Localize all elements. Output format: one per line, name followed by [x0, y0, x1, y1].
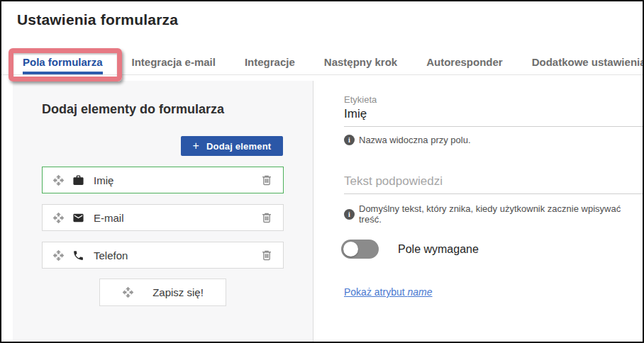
label-helper: i Nazwa widoczna przy polu. — [344, 135, 471, 145]
label-input[interactable]: Imię — [344, 107, 643, 127]
tab-integracja-email[interactable]: Integracja e-mail — [132, 56, 216, 74]
info-icon: i — [344, 135, 355, 145]
tab-integracje[interactable]: Integracje — [245, 56, 295, 74]
phone-icon — [72, 249, 84, 262]
field-settings-panel: Etykieta Imię i Nazwa widoczna przy polu… — [314, 76, 643, 342]
tab-dodatkowe-ustawienia[interactable]: Dodatkowe ustawienia — [532, 56, 644, 74]
move-handle-icon[interactable] — [52, 174, 65, 186]
field-row-email[interactable]: E-mail — [42, 204, 284, 231]
label-helper-text: Nazwa widoczna przy polu. — [359, 135, 471, 145]
placeholder-input[interactable]: Tekst podpowiedzi — [344, 174, 643, 194]
trash-icon[interactable] — [260, 211, 273, 224]
add-element-label: Dodaj element — [206, 141, 271, 152]
link-text: Pokaż atrybut — [344, 286, 408, 298]
mail-icon — [72, 212, 84, 224]
add-element-button[interactable]: + Dodaj element — [181, 136, 283, 156]
move-handle-icon[interactable] — [52, 212, 65, 224]
toggle-knob — [343, 242, 358, 257]
field-label: Imię — [94, 174, 113, 186]
show-name-attribute-link[interactable]: Pokaż atrybut name — [344, 286, 433, 298]
label-field-caption: Etykieta — [344, 94, 377, 105]
tab-bar: Pola formularza Integracja e-mail Integr… — [1, 54, 643, 75]
move-handle-icon[interactable] — [122, 286, 134, 298]
left-panel-heading: Dodaj elementy do formularza — [42, 102, 224, 117]
trash-icon[interactable] — [260, 249, 273, 262]
move-handle-icon[interactable] — [52, 249, 65, 262]
tab-pola-formularza[interactable]: Pola formularza — [23, 56, 103, 74]
tab-autoresponder[interactable]: Autoresponder — [426, 56, 503, 74]
placeholder-helper: i Domyślny tekst, który znika, kiedy uży… — [344, 203, 643, 225]
required-toggle-label: Pole wymagane — [398, 243, 479, 256]
placeholder-helper-text: Domyślny tekst, który znika, kiedy użytk… — [359, 203, 643, 225]
page-title: Ustawienia formularza — [17, 11, 178, 28]
submit-button-row[interactable]: Zapisz się! — [99, 279, 226, 306]
link-attr-text: name — [408, 286, 433, 298]
info-icon: i — [344, 209, 355, 220]
required-field-row: Pole wymagane — [341, 240, 479, 259]
field-label: Telefon — [94, 249, 128, 262]
required-toggle[interactable] — [341, 240, 379, 259]
submit-button-label: Zapisz się! — [152, 286, 204, 298]
tab-nastepny-krok[interactable]: Następny krok — [324, 56, 397, 74]
trash-icon[interactable] — [260, 174, 273, 186]
field-row-imie[interactable]: Imię — [42, 167, 284, 193]
content-area: Dodaj elementy do formularza + Dodaj ele… — [1, 76, 643, 342]
form-settings-window: Ustawienia formularza Pola formularza In… — [0, 0, 644, 343]
field-label: E-mail — [94, 212, 124, 224]
field-row-telefon[interactable]: Telefon — [42, 242, 284, 269]
briefcase-icon — [72, 174, 84, 186]
plus-icon: + — [193, 140, 199, 152]
form-elements-panel: Dodaj elementy do formularza + Dodaj ele… — [13, 81, 313, 342]
